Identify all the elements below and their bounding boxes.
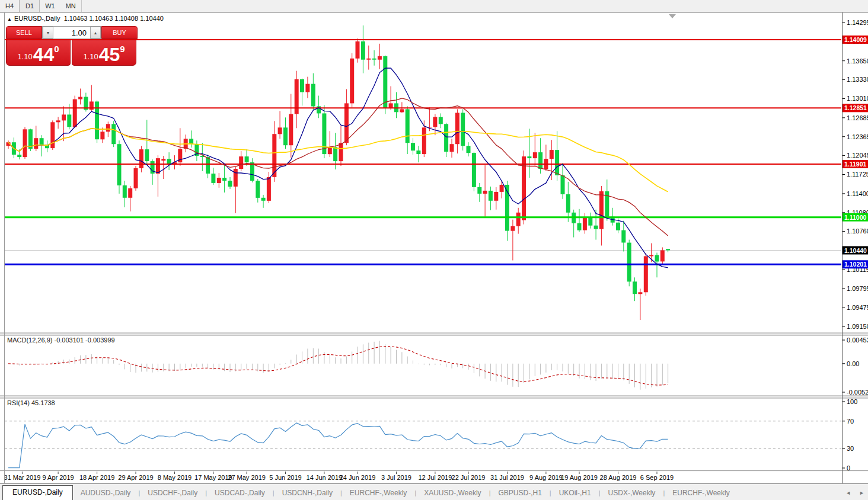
svg-text:1.12045: 1.12045 <box>847 152 868 159</box>
svg-text:22 Jul 2019: 22 Jul 2019 <box>452 474 486 481</box>
svg-text:9 Aug 2019: 9 Aug 2019 <box>529 474 563 481</box>
svg-text:0.004536: 0.004536 <box>847 336 868 344</box>
svg-text:1.14009: 1.14009 <box>844 36 867 43</box>
svg-text:1.13010: 1.13010 <box>847 95 868 102</box>
timeframe-h4-button[interactable]: H4 <box>0 0 20 12</box>
tabs-scroll-left-icon[interactable]: ◄ <box>845 490 851 496</box>
symbol-period-label: EURUSD-,Daily <box>14 15 60 22</box>
volume-spinner: ▼ ▲ <box>42 26 101 39</box>
svg-text:9 Apr 2019: 9 Apr 2019 <box>42 474 74 481</box>
volume-decrease-icon[interactable]: ▼ <box>43 27 53 39</box>
chart-title-readout: ▲EURUSD-,Daily 1.10463 1.10463 1.10408 1… <box>7 15 164 22</box>
tab-usdx-weekly[interactable]: USDX-,Weekly <box>601 486 663 500</box>
svg-text:27 May 2019: 27 May 2019 <box>228 474 266 481</box>
timeframe-d1-button[interactable]: D1 <box>20 0 40 12</box>
svg-text:1.11400: 1.11400 <box>847 190 868 197</box>
tabs-scroll-right-icon[interactable]: ► <box>859 490 864 496</box>
svg-text:-0.005205: -0.005205 <box>847 389 868 396</box>
svg-text:100: 100 <box>847 398 857 405</box>
tab-usdchf-daily[interactable]: USDCHF-,Daily <box>140 486 205 500</box>
svg-text:12 Jul 2019: 12 Jul 2019 <box>418 474 452 481</box>
macd-indicator-label: MACD(12,26,9) -0.003101 -0.003999 <box>7 336 115 344</box>
buy-price-pip: 9 <box>120 44 125 54</box>
sell-button[interactable]: SELL <box>6 26 42 39</box>
rsi-current-value: 45.1738 <box>31 399 55 406</box>
svg-text:3 Jul 2019: 3 Jul 2019 <box>381 474 411 481</box>
svg-text:1.13650: 1.13650 <box>847 57 868 65</box>
tab-list: EURUSD-,DailyAUDUSD-,Daily|USDCHF-,Daily… <box>0 485 738 500</box>
svg-text:1.12365: 1.12365 <box>847 133 868 140</box>
tab-usdcnh-daily[interactable]: USDCNH-,Daily <box>275 486 340 500</box>
svg-text:1.11725: 1.11725 <box>847 171 868 178</box>
svg-text:1.12685: 1.12685 <box>847 114 868 121</box>
svg-text:17 May 2019: 17 May 2019 <box>194 474 232 481</box>
rsi-name: RSI(14) <box>7 399 30 406</box>
tab-eurchf-weekly[interactable]: EURCHF-,Weekly <box>665 486 737 500</box>
chart-surface[interactable]: 1.142951.139751.136501.133301.130101.126… <box>0 0 868 500</box>
volume-increase-icon[interactable]: ▲ <box>90 27 101 39</box>
one-click-trading-panel: SELL ▼ ▲ BUY 1.10 44 0 1.10 45 9 <box>6 26 138 66</box>
svg-text:19 Aug 2019: 19 Aug 2019 <box>561 474 598 481</box>
svg-text:1.10440: 1.10440 <box>844 247 867 254</box>
volume-input[interactable] <box>53 27 90 39</box>
tab-usdcad-daily[interactable]: USDCAD-,Daily <box>207 486 273 500</box>
trading-terminal: { "toolbar": { "timeframes": [ {"label":… <box>0 0 868 500</box>
buy-price-big: 45 <box>99 46 120 63</box>
symbol-tab-bar: EURUSD-,DailyAUDUSD-,Daily|USDCHF-,Daily… <box>0 484 868 500</box>
svg-text:14 Jun 2019: 14 Jun 2019 <box>307 474 343 481</box>
rsi-indicator-label: RSI(14) 45.1738 <box>7 399 55 406</box>
svg-text:5 Jun 2019: 5 Jun 2019 <box>269 474 301 481</box>
svg-text:24 Jun 2019: 24 Jun 2019 <box>340 474 376 481</box>
timeframe-toolbar: H4 D1 W1 MN <box>0 0 868 12</box>
tab-navigation: ◄ ► <box>845 490 864 500</box>
svg-text:18 Apr 2019: 18 Apr 2019 <box>79 474 114 481</box>
macd-current-values: -0.003101 -0.003999 <box>54 336 114 344</box>
sell-price-display[interactable]: 1.10 44 0 <box>6 40 71 66</box>
svg-text:1.11000: 1.11000 <box>844 214 867 221</box>
svg-text:1.13330: 1.13330 <box>847 76 868 83</box>
svg-text:1.09150: 1.09150 <box>847 323 868 330</box>
sell-price-prefix: 1.10 <box>17 52 32 61</box>
svg-text:6 Sep 2019: 6 Sep 2019 <box>640 474 674 481</box>
svg-text:0.00: 0.00 <box>847 360 859 367</box>
svg-text:31 Mar 2019: 31 Mar 2019 <box>4 474 41 481</box>
svg-text:31 Jul 2019: 31 Jul 2019 <box>490 474 524 481</box>
svg-text:28 Aug 2019: 28 Aug 2019 <box>600 474 637 481</box>
collapse-panel-icon[interactable]: ▲ <box>7 17 12 22</box>
tab-audusd-daily[interactable]: AUDUSD-,Daily <box>73 486 139 500</box>
buy-price-prefix: 1.10 <box>83 52 98 61</box>
ohlc-values: 1.10463 1.10463 1.10408 1.10440 <box>64 15 164 22</box>
svg-text:1.10201: 1.10201 <box>844 261 867 268</box>
svg-text:1.10760: 1.10760 <box>847 227 868 235</box>
svg-text:1.12851: 1.12851 <box>844 104 867 111</box>
tab-ukoil-h1[interactable]: UKOil-,H1 <box>551 486 599 500</box>
tab-xauusd-weekly[interactable]: XAUUSD-,Weekly <box>416 486 489 500</box>
sell-price-big: 44 <box>33 46 55 63</box>
tab-eurusd-daily[interactable]: EURUSD-,Daily <box>2 485 73 500</box>
tab-eurchf-weekly[interactable]: EURCHF-,Weekly <box>342 486 414 500</box>
svg-text:29 Apr 2019: 29 Apr 2019 <box>118 474 153 481</box>
macd-name: MACD(12,26,9) <box>7 336 52 344</box>
sell-price-pip: 0 <box>54 44 59 54</box>
timeframe-w1-button[interactable]: W1 <box>40 0 60 12</box>
svg-text:1.14295: 1.14295 <box>847 19 868 26</box>
svg-text:1.09475: 1.09475 <box>847 304 868 311</box>
timeframe-mn-button[interactable]: MN <box>60 0 82 12</box>
tab-gbpusd-h1[interactable]: GBPUSD-,H1 <box>490 486 549 500</box>
buy-price-display[interactable]: 1.10 45 9 <box>72 40 136 66</box>
svg-text:1.09795: 1.09795 <box>847 285 868 292</box>
svg-text:70: 70 <box>847 418 854 425</box>
svg-text:30: 30 <box>847 445 854 452</box>
svg-text:8 May 2019: 8 May 2019 <box>158 474 192 481</box>
svg-text:1.11901: 1.11901 <box>844 161 867 168</box>
buy-button[interactable]: BUY <box>101 26 138 39</box>
